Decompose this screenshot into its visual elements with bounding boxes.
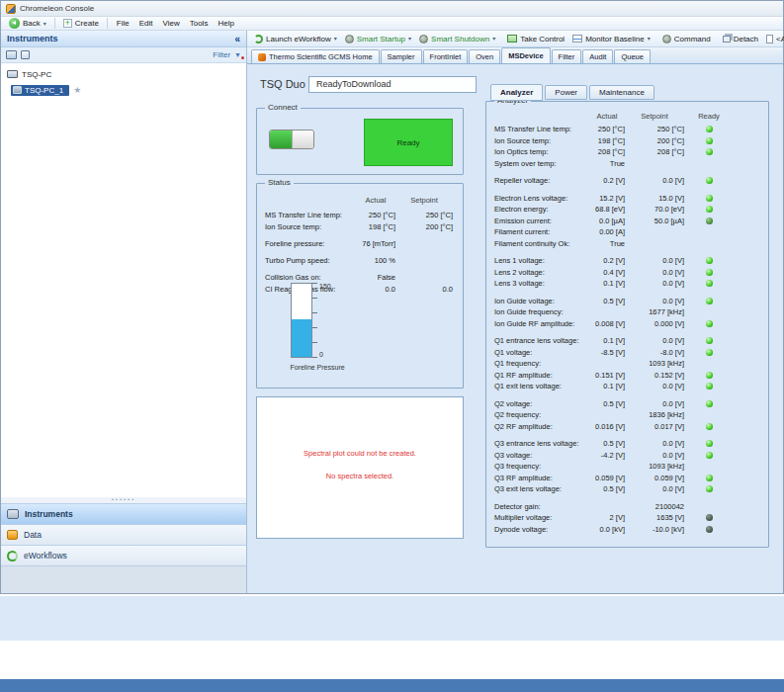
menu-item[interactable]: Tools xyxy=(185,17,214,30)
analyzer-row-setpoint: 0.0 [V] xyxy=(625,451,684,460)
analyzer-row-ready xyxy=(684,411,734,418)
window-body: Instruments « Filter ▼ TSQ-PC xyxy=(1,31,783,593)
autogenerated-label: <Autogenerated> xyxy=(776,35,784,43)
analyzer-row-setpoint: 0.0 [V] xyxy=(625,297,684,305)
analyzer-row-setpoint: 1677 [kHz] xyxy=(625,307,684,316)
screen: Chromeleon Console Back ▾ Create File Ed… xyxy=(0,0,784,692)
ready-led-icon xyxy=(706,177,713,184)
filter-label[interactable]: Filter xyxy=(213,50,230,59)
menu-item[interactable]: View xyxy=(158,17,185,30)
device-tab[interactable]: Sampler xyxy=(381,49,422,63)
monitor-baseline-button[interactable]: Monitor Baseline ▾ xyxy=(568,32,654,46)
status-row: Collision Gas on: False xyxy=(265,271,463,283)
status-row-label: MS Transfer Line temp: xyxy=(265,211,356,219)
sidebar-nav-item[interactable]: Data xyxy=(1,524,246,545)
separator xyxy=(54,18,55,29)
status-row-actual: False xyxy=(356,273,395,282)
analyzer-row-setpoint: 0.000 [V] xyxy=(625,319,684,328)
analyzer-row: Q2 voltage: 0.5 [V] 0.0 [V] xyxy=(494,398,768,410)
spectral-plot-panel: Spectral plot could not be created. No s… xyxy=(256,396,464,539)
status-row-setpoint: 200 [°C] xyxy=(395,222,453,231)
computer-view-icon[interactable] xyxy=(6,50,17,59)
analyzer-row-actual: 198 [°C] xyxy=(589,136,625,145)
ready-led-icon xyxy=(706,137,713,144)
favorite-star-icon[interactable]: ★ xyxy=(73,86,81,95)
sidebar-nav-item[interactable]: Instruments xyxy=(1,503,246,524)
device-tab[interactable]: Queue xyxy=(614,49,651,63)
device-tab[interactable]: MSDevice xyxy=(501,47,550,63)
back-button[interactable]: Back ▾ xyxy=(5,17,50,30)
collapse-panel-button[interactable]: « xyxy=(234,34,240,44)
selected-tree-item[interactable]: TSQ-PC_1 xyxy=(11,85,69,96)
analyzer-tab[interactable]: Maintenance xyxy=(589,85,654,100)
analyzer-row-label: Q3 entrance lens voltage: xyxy=(494,439,589,448)
analyzer-row: Q3 exit lens voltage: 0.5 [V] 0.0 [V] xyxy=(494,483,768,495)
ready-led-icon xyxy=(706,206,713,213)
analyzer-row-actual: 0.1 [V] xyxy=(589,382,625,390)
menu-item[interactable]: Edit xyxy=(134,17,158,30)
tab-label: Oven xyxy=(476,52,493,61)
gauge-fill xyxy=(292,319,311,357)
device-tab[interactable]: Thermo Scientific GCMS Home xyxy=(251,49,380,63)
status-row-setpoint: 0.0 xyxy=(395,285,453,294)
nav-icon xyxy=(7,551,18,562)
analyzer-row-label: Q1 frequency: xyxy=(494,359,589,368)
gauge-caption: Foreline Pressure xyxy=(257,364,378,371)
gauge-scale: 150 0 xyxy=(319,283,331,358)
analyzer-row-setpoint: 15.0 [V] xyxy=(625,194,684,203)
detach-button[interactable]: Detach xyxy=(719,32,762,46)
menubar: Back ▾ Create File Edit View Tools xyxy=(1,17,783,31)
analyzer-row-ready xyxy=(684,195,734,202)
tree-item-tsq-pc[interactable]: TSQ-PC xyxy=(1,66,246,82)
filter-funnel-icon[interactable]: ▼ xyxy=(234,51,241,58)
ready-led-icon xyxy=(706,126,713,132)
analyzer-row-ready xyxy=(684,257,734,264)
analyzer-row-ready xyxy=(684,228,734,235)
list-view-icon[interactable] xyxy=(21,50,30,59)
analyzer-row-label: Q3 frequency: xyxy=(494,462,589,471)
analyzer-row-label: Q2 frequency: xyxy=(494,410,589,419)
analyzer-row-ready xyxy=(684,280,734,287)
toggle-knob[interactable] xyxy=(292,130,313,148)
take-control-button[interactable]: Take Control xyxy=(503,32,568,46)
device-tab[interactable]: Audit xyxy=(582,49,613,63)
analyzer-row-label: Electron Lens voltage: xyxy=(494,194,589,203)
analyzer-row: Ion Guide RF amplitude: 0.008 [V] 0.000 … xyxy=(494,318,768,330)
status-row-label: Collision Gas on: xyxy=(265,273,356,282)
menu-item[interactable]: Help xyxy=(213,17,238,30)
create-button[interactable]: Create xyxy=(59,17,103,30)
analyzer-row-ready xyxy=(684,206,734,213)
menu-item[interactable]: File xyxy=(112,17,134,30)
analyzer-row: Q1 frequency: 1093 [kHz] xyxy=(494,358,768,370)
device-tab[interactable]: Oven xyxy=(469,49,500,63)
analyzer-row: Electron energy: 68.8 [eV] 70.0 [eV] xyxy=(494,204,768,216)
analyzer-row-actual: 208 [°C] xyxy=(589,147,625,156)
tree-item-tsq-pc-1[interactable]: TSQ-PC_1 ★ xyxy=(1,82,246,98)
analyzer-row: Filament continuity Ok: True xyxy=(494,238,768,250)
status-row-actual: 100 % xyxy=(356,256,395,265)
analyzer-tab[interactable]: Power xyxy=(545,85,587,100)
analyzer-row: Lens 1 voltage: 0.2 [V] 0.0 [V] xyxy=(494,255,768,267)
sidebar-nav-item[interactable]: eWorkflows xyxy=(1,545,246,565)
device-tab[interactable]: FrontInlet xyxy=(423,49,469,63)
analyzer-row-label: Q2 voltage: xyxy=(494,399,589,408)
autogenerated-selector[interactable]: <Autogenerated> xyxy=(762,32,784,46)
status-row-setpoint: 250 [°C] xyxy=(395,211,453,219)
analyzer-row-setpoint: 0.152 [V] xyxy=(625,371,684,380)
command-button[interactable]: Command xyxy=(658,32,715,46)
spectral-error-line2: No spectra selected. xyxy=(257,472,463,480)
analyzer-row-actual: 2 [V] xyxy=(589,513,625,522)
smart-startup-button[interactable]: Smart Startup ▾ xyxy=(341,32,415,46)
analyzer-row-setpoint: 0.0 [V] xyxy=(625,279,684,288)
analyzer-tab[interactable]: Analyzer xyxy=(490,84,543,101)
status-header-actual: Actual xyxy=(356,196,395,205)
connect-toggle[interactable] xyxy=(269,130,314,149)
device-tab[interactable]: Filter xyxy=(552,49,582,63)
command-label: Command xyxy=(674,35,711,43)
smart-shutdown-button[interactable]: Smart Shutdown ▾ xyxy=(415,32,499,46)
analyzer-tab-label: Power xyxy=(555,88,577,97)
tree-item-label: TSQ-PC_1 xyxy=(25,86,63,95)
launch-eworkflow-button[interactable]: Launch eWorkflow ▾ xyxy=(250,32,341,46)
nav-label: Data xyxy=(24,530,42,540)
analyzer-row: Repeller voltage: 0.2 [V] 0.0 [V] xyxy=(494,175,768,187)
